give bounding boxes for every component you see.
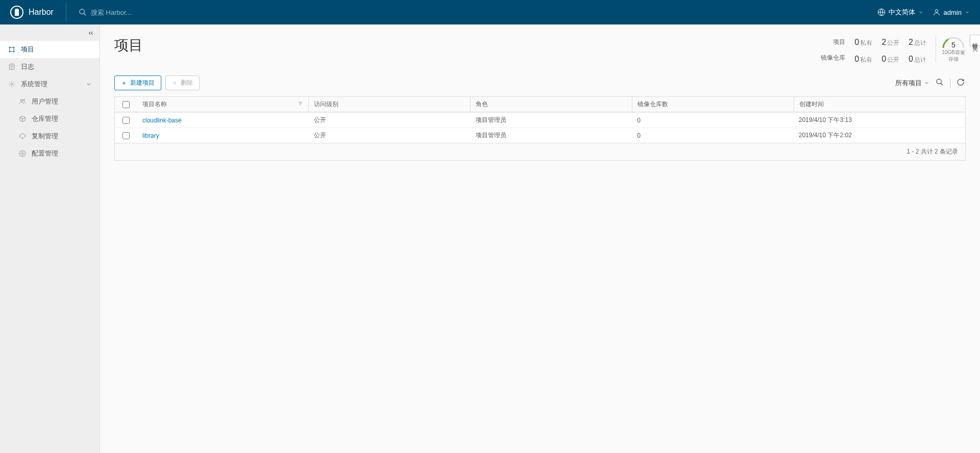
project-filter-select[interactable]: 所有项目 [895, 79, 929, 88]
user-label: admin [944, 9, 962, 16]
chevron-down-icon [924, 80, 929, 86]
cell-access: 公开 [309, 113, 471, 128]
col-created[interactable]: 创建时间 [794, 97, 965, 112]
stat-proj-public: 2公开 [881, 38, 899, 47]
stats-row-label-repos: 镜像仓库 [821, 54, 845, 62]
harbor-logo-icon [10, 6, 23, 19]
divider [66, 3, 66, 22]
sidebar: 项目 日志 系统管理 用户管理 仓库管理 [0, 24, 100, 453]
svg-point-0 [80, 9, 84, 14]
language-selector[interactable]: 中文简体 [877, 8, 923, 17]
nav-user-mgmt[interactable]: 用户管理 [0, 93, 100, 110]
svg-point-7 [13, 51, 14, 52]
chevron-down-icon [86, 81, 92, 87]
globe-icon [877, 8, 886, 16]
gauge-capacity: 10GB容量 [941, 49, 966, 56]
projects-table: 项目名称 访问级别 角色 镜像仓库数 创建时间 cloudlink-base公开… [114, 96, 966, 161]
close-icon [172, 80, 178, 86]
select-all-checkbox[interactable] [122, 101, 130, 108]
stats-row-label-projects: 项目 [833, 38, 845, 46]
filter-icon[interactable] [298, 101, 303, 108]
row-checkbox[interactable] [122, 132, 130, 139]
delete-button[interactable]: 删除 [165, 76, 200, 90]
nav-label: 用户管理 [32, 97, 58, 106]
gauge-value: 5 [941, 41, 966, 49]
nav-label: 系统管理 [21, 80, 47, 89]
search-icon [79, 8, 87, 16]
new-project-button[interactable]: 新建项目 [114, 76, 161, 90]
table-row: library公开项目管理员02019/4/10 下午2:02 [115, 128, 965, 143]
nav-label: 复制管理 [32, 132, 58, 141]
table-footer: 1 - 2 共计 2 条记录 [115, 143, 965, 160]
user-menu[interactable]: admin [933, 8, 970, 16]
projects-icon [8, 46, 16, 53]
cell-access: 公开 [309, 128, 471, 143]
cell-created: 2019/4/10 下午2:02 [794, 128, 965, 143]
stats-block: 项目 镜像仓库 0私有 0私有 2公开 0公开 2总计 0总计 [821, 36, 966, 64]
nav-repl-mgmt[interactable]: 复制管理 [0, 128, 100, 145]
nav-label: 仓库管理 [32, 114, 58, 123]
svg-point-12 [11, 83, 13, 85]
nav-logs[interactable]: 日志 [0, 58, 100, 76]
svg-point-14 [23, 99, 24, 101]
logo[interactable]: Harbor [10, 6, 54, 19]
chevron-double-left-icon [87, 30, 94, 37]
nav-label: 项目 [21, 45, 34, 54]
table-row: cloudlink-base公开项目管理员02019/4/10 下午3:13 [115, 112, 965, 128]
search-input[interactable] [91, 9, 244, 16]
nav-repo-mgmt[interactable]: 仓库管理 [0, 110, 100, 128]
svg-line-21 [941, 83, 943, 85]
plus-icon [121, 80, 127, 86]
stat-repo-total: 0总计 [909, 55, 926, 64]
collapse-sidebar-button[interactable] [87, 30, 94, 38]
nav-config-mgmt[interactable]: 配置管理 [0, 145, 100, 162]
stat-repo-private: 0私有 [854, 55, 872, 64]
col-repo[interactable]: 镜像仓库数 [632, 97, 794, 112]
nav: 项目 日志 系统管理 用户管理 仓库管理 [0, 24, 100, 162]
project-link[interactable]: library [142, 132, 159, 139]
gauge-label: 存储 [941, 56, 966, 62]
app-header: Harbor 中文简体 admin [0, 0, 980, 24]
logs-icon [8, 63, 16, 70]
settings-icon [8, 81, 16, 88]
toolbar: 新建项目 删除 所有项目 [114, 76, 966, 90]
filter-label: 所有项目 [895, 79, 922, 88]
nav-system-mgmt[interactable]: 系统管理 [0, 76, 100, 93]
cell-role: 项目管理员 [471, 113, 632, 128]
chevron-down-icon [965, 10, 970, 15]
search-area [79, 8, 877, 16]
language-label: 中文简体 [889, 8, 915, 17]
project-link[interactable]: cloudlink-base [142, 117, 182, 124]
nav-label: 日志 [21, 62, 34, 71]
header-right: 中文简体 admin [877, 8, 970, 17]
svg-point-20 [937, 79, 941, 84]
cell-repo: 0 [632, 129, 794, 142]
product-name: Harbor [29, 8, 54, 17]
row-checkbox[interactable] [122, 117, 130, 124]
cell-role: 项目管理员 [471, 128, 632, 143]
col-role[interactable]: 角色 [471, 97, 632, 112]
user-icon [933, 8, 941, 16]
divider [950, 79, 950, 88]
svg-point-15 [21, 153, 23, 155]
nav-projects[interactable]: 项目 [0, 41, 100, 58]
refresh-icon [957, 78, 965, 86]
refresh-button[interactable] [955, 77, 966, 89]
col-access[interactable]: 访问级别 [309, 97, 471, 112]
main-content: 特性开关 项目 项目 镜像仓库 0私有 0私有 2公开 0公开 2总计 0总 [100, 24, 980, 453]
stat-proj-private: 0私有 [854, 38, 872, 47]
svg-point-3 [935, 10, 938, 12]
button-label: 新建项目 [130, 79, 155, 87]
search-button[interactable] [935, 77, 945, 89]
users-icon [18, 98, 27, 105]
svg-point-4 [9, 47, 10, 48]
nav-label: 配置管理 [32, 149, 58, 158]
svg-line-1 [84, 13, 86, 15]
chevron-down-icon [918, 10, 923, 15]
col-name[interactable]: 项目名称 [137, 97, 309, 112]
table-header: 项目名称 访问级别 角色 镜像仓库数 创建时间 [115, 97, 965, 112]
stat-repo-public: 0公开 [881, 55, 899, 64]
svg-point-5 [13, 47, 14, 48]
cell-repo: 0 [632, 114, 794, 127]
feature-toggle-tab[interactable]: 特性开关 [970, 35, 980, 46]
